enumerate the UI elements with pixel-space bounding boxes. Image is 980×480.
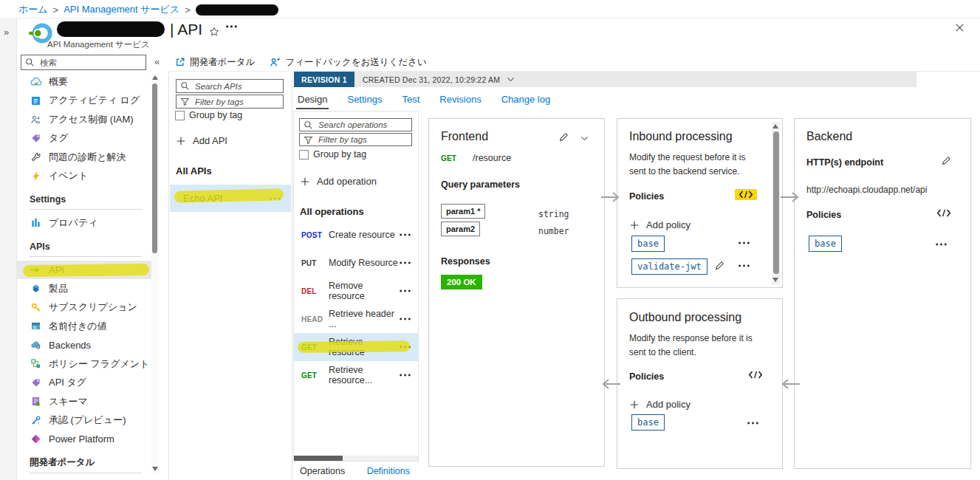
- more-icon[interactable]: [400, 261, 411, 264]
- operation-item-retrieve-resource-cached[interactable]: GET Retrieve resource...: [294, 361, 418, 389]
- footer-tab-operations[interactable]: Operations: [300, 466, 345, 476]
- checkbox[interactable]: [175, 111, 185, 120]
- api-search-input[interactable]: [193, 81, 279, 92]
- feedback-button[interactable]: フィードバックをお送りください: [270, 56, 426, 69]
- more-icon[interactable]: [400, 233, 411, 236]
- policy-chip-validate-jwt[interactable]: validate-jwt: [631, 258, 707, 275]
- pencil-icon[interactable]: [558, 132, 569, 143]
- tab-design[interactable]: Design: [298, 90, 327, 109]
- more-icon[interactable]: [226, 25, 237, 28]
- chevron-down-icon[interactable]: [580, 134, 589, 143]
- more-icon[interactable]: [400, 346, 411, 349]
- sidebar-item-products[interactable]: 製品: [16, 279, 152, 298]
- code-editor-icon[interactable]: [735, 189, 757, 200]
- sidebar-item-activity-log[interactable]: アクティビティ ログ: [16, 92, 152, 111]
- more-icon[interactable]: [400, 374, 411, 377]
- feedback-label: フィードバックをお送りください: [285, 56, 426, 69]
- sidebar-item-portal-overview[interactable]: ポータルの概要: [16, 477, 152, 480]
- collapse-sidebar-button[interactable]: «: [154, 56, 160, 67]
- operation-item-modify-resource[interactable]: PUT Modify Resource: [294, 249, 418, 277]
- pencil-icon[interactable]: [941, 156, 951, 166]
- add-policy-button[interactable]: Add policy: [629, 399, 691, 410]
- operation-item-remove-resource[interactable]: DEL Remove resource: [294, 277, 418, 305]
- pencil-icon[interactable]: [714, 261, 724, 271]
- more-icon[interactable]: [739, 241, 750, 244]
- more-icon[interactable]: [400, 289, 411, 292]
- group-by-tag[interactable]: Group by tag: [175, 110, 242, 120]
- operations-filter[interactable]: [299, 133, 412, 146]
- operation-name: Create resource: [329, 230, 400, 240]
- operation-item-retrieve-resource[interactable]: GET Retrieve resource: [294, 333, 418, 361]
- more-icon[interactable]: [936, 243, 947, 246]
- scroll-up-icon[interactable]: [152, 75, 158, 80]
- param-chip[interactable]: param2: [441, 222, 480, 236]
- sidebar-item-named-values[interactable]: 名前付きの値: [16, 317, 152, 336]
- sidebar-item-schemas[interactable]: スキーマ: [16, 392, 152, 411]
- code-editor-icon[interactable]: [748, 370, 763, 380]
- policy-chip-base[interactable]: base: [631, 414, 665, 431]
- close-button[interactable]: [955, 23, 964, 32]
- policy-chip-base[interactable]: base: [809, 236, 842, 252]
- breadcrumb-home[interactable]: ホーム: [18, 3, 48, 16]
- scrollbar-thumb[interactable]: [773, 131, 779, 274]
- favorite-star-icon[interactable]: [209, 27, 219, 37]
- sidebar-search-input[interactable]: [38, 58, 142, 68]
- sidebar-scrollbar[interactable]: [151, 73, 159, 473]
- api-search[interactable]: [176, 79, 284, 93]
- api-filter[interactable]: [176, 95, 284, 109]
- scrollbar-thumb[interactable]: [152, 83, 157, 253]
- sidebar-item-power-platform[interactable]: Power Platform: [16, 430, 152, 449]
- policy-chip-base[interactable]: base: [631, 236, 665, 252]
- checkbox[interactable]: [299, 150, 309, 160]
- operations-filter-input[interactable]: [317, 134, 408, 145]
- api-list-item-echo-api[interactable]: Echo API: [170, 185, 291, 212]
- scroll-down-icon[interactable]: [152, 467, 158, 471]
- sidebar-item-api[interactable]: API: [16, 261, 152, 280]
- operation-item-create-resource[interactable]: POST Create resource: [294, 221, 418, 249]
- operations-search[interactable]: [299, 118, 412, 131]
- sidebar-item-authorizations[interactable]: 承認 (プレビュー): [16, 411, 152, 431]
- sidebar-item-backends[interactable]: Backends: [16, 336, 152, 355]
- chevron-down-icon[interactable]: [506, 75, 515, 84]
- breadcrumb-apim-service[interactable]: API Management サービス: [64, 3, 179, 16]
- tab-settings[interactable]: Settings: [347, 90, 382, 109]
- operations-hscrollbar[interactable]: [294, 456, 418, 461]
- tab-change-log[interactable]: Change log: [501, 90, 551, 109]
- sidebar-item-api-tags[interactable]: API タグ: [16, 374, 152, 393]
- param-chip[interactable]: param1 *: [441, 204, 485, 219]
- more-icon[interactable]: [739, 264, 750, 267]
- card-scrollbar[interactable]: [772, 122, 780, 284]
- more-icon[interactable]: [747, 422, 758, 425]
- sidebar-item-policy-fragments[interactable]: ポリシー フラグメント: [16, 354, 152, 374]
- sidebar-item-tags[interactable]: タグ: [16, 129, 152, 148]
- sidebar-item-diagnose[interactable]: 問題の診断と解決: [16, 148, 152, 167]
- scroll-down-icon[interactable]: [772, 278, 778, 282]
- add-api-button[interactable]: Add API: [176, 135, 227, 146]
- developer-portal-button[interactable]: 開発者ポータル: [175, 56, 255, 69]
- add-operation-button[interactable]: Add operation: [300, 176, 377, 187]
- revision-bar[interactable]: REVISION 1 CREATED Dec 31, 2022, 10:29:2…: [294, 72, 916, 87]
- search-icon: [304, 120, 313, 130]
- code-editor-icon[interactable]: [936, 208, 951, 218]
- footer-tab-definitions[interactable]: Definitions: [367, 466, 410, 476]
- add-policy-button[interactable]: Add policy: [629, 219, 691, 230]
- sidebar-item-overview[interactable]: 概要: [16, 72, 152, 92]
- operations-search-input[interactable]: [317, 120, 408, 130]
- operation-item-retrieve-header[interactable]: HEAD Retrieve header ...: [294, 305, 418, 333]
- sidebar-item-subscriptions[interactable]: サブスクリプション: [16, 298, 152, 318]
- more-icon[interactable]: [270, 197, 281, 200]
- more-icon[interactable]: [400, 318, 411, 320]
- sidebar-item-access-control[interactable]: アクセス制御 (IAM): [16, 110, 152, 129]
- expand-rail-button[interactable]: »: [4, 27, 9, 38]
- revision-badge: REVISION 1: [294, 72, 354, 87]
- scrollbar-thumb[interactable]: [294, 456, 343, 461]
- sidebar-item-events[interactable]: イベント: [16, 167, 152, 186]
- sidebar-search[interactable]: [21, 55, 146, 70]
- sidebar-item-label: アクセス制御 (IAM): [49, 113, 134, 126]
- sidebar-item-properties[interactable]: プロパティ: [16, 213, 152, 233]
- api-filter-input[interactable]: [193, 97, 279, 107]
- tab-revisions[interactable]: Revisions: [439, 90, 481, 109]
- scroll-up-icon[interactable]: [772, 124, 778, 128]
- tab-test[interactable]: Test: [402, 90, 419, 109]
- group-by-tag[interactable]: Group by tag: [299, 149, 366, 160]
